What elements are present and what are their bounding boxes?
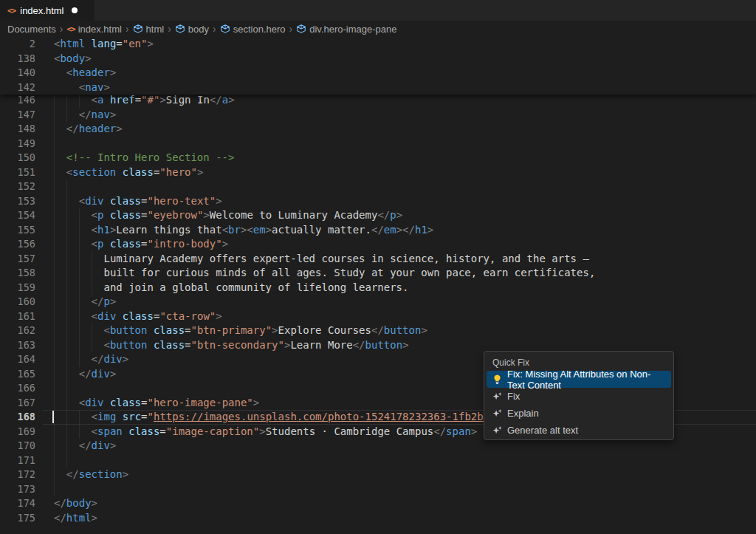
syntax-token: Sign In [166, 94, 210, 106]
line-number[interactable]: 142 [0, 81, 35, 95]
code-line[interactable]: 158built for curious minds of all ages. … [0, 266, 756, 281]
line-number[interactable]: 172 [0, 468, 35, 482]
syntax-token: </ [66, 123, 79, 134]
line-number[interactable]: 174 [0, 496, 35, 511]
line-number[interactable]: 153 [0, 194, 35, 209]
breadcrumb-item[interactable]: section.hero [220, 24, 286, 35]
code-line[interactable]: 153<div class="hero-text"> [0, 194, 756, 209]
code-line[interactable]: 2<html lang="en"> [0, 37, 756, 52]
syntax-token: > [123, 468, 128, 480]
code-line[interactable]: 142<nav> [0, 81, 756, 95]
line-number[interactable]: 161 [0, 309, 35, 324]
line-number[interactable]: 165 [0, 367, 35, 382]
indent-guide [92, 266, 92, 281]
code-line[interactable]: 175</html> [0, 511, 756, 526]
syntax-token: </ [79, 439, 92, 451]
code-text: <button class="btn-primary">Explore Cour… [103, 324, 427, 338]
code-line[interactable]: 156<p class="intro-body"> [0, 237, 756, 252]
syntax-token [116, 166, 122, 178]
line-number[interactable]: 168 [0, 410, 35, 425]
syntax-token: "image-caption" [166, 425, 259, 437]
code-line[interactable]: 150<!-- Intro Hero Section --> [0, 151, 756, 165]
code-line[interactable]: 149 [0, 137, 756, 151]
code-line[interactable]: 161<div class="cta-row"> [0, 309, 756, 324]
line-number[interactable]: 147 [0, 108, 35, 123]
syntax-token: href [110, 94, 135, 106]
line-number[interactable]: 148 [0, 122, 35, 137]
code-text: </header> [66, 122, 123, 137]
line-number[interactable]: 169 [0, 425, 35, 439]
line-number[interactable]: 151 [0, 165, 35, 180]
indent-guide [79, 252, 80, 267]
tab-index-html[interactable]: <> index.html [0, 0, 94, 21]
syntax-token: = [185, 339, 190, 351]
breadcrumb-item[interactable]: <>index.html [66, 24, 122, 35]
code-line[interactable]: 155<h1>Learn things that<br><em>actually… [0, 223, 756, 238]
indent-guide [66, 281, 67, 295]
line-number[interactable]: 158 [0, 266, 35, 281]
code-line[interactable]: 174</body> [0, 496, 756, 511]
syntax-token: built for curious minds of all ages. Stu… [103, 267, 595, 278]
code-line[interactable]: 146<a href="#">Sign In</a> [0, 93, 756, 108]
indent-guide [54, 281, 55, 295]
code-line[interactable]: 154<p class="eyebrow">Welcome to Luminar… [0, 208, 756, 223]
line-number[interactable]: 167 [0, 396, 35, 411]
syntax-token: > [103, 81, 109, 93]
code-editor[interactable]: 146<a href="#">Sign In</a>147</nav>148</… [0, 37, 756, 534]
line-number[interactable]: 150 [0, 151, 35, 165]
code-line[interactable]: 140<header> [0, 66, 756, 81]
code-line[interactable]: 152 [0, 179, 756, 194]
indent-guide [66, 208, 67, 223]
line-number[interactable]: 156 [0, 237, 35, 252]
code-line[interactable]: 151<section class="hero"> [0, 165, 756, 180]
code-line[interactable]: 162<button class="btn-primary">Explore C… [0, 324, 756, 338]
code-line[interactable]: 171 [0, 453, 756, 468]
line-number[interactable]: 140 [0, 66, 35, 81]
line-number[interactable]: 164 [0, 352, 35, 367]
breadcrumb-item[interactable]: body [175, 24, 209, 35]
code-line[interactable]: 159and join a global community of lifelo… [0, 281, 756, 295]
syntax-token: html [60, 38, 85, 49]
code-line[interactable]: 160</p> [0, 295, 756, 309]
line-number[interactable]: 160 [0, 295, 35, 309]
lightbulb-icon [492, 374, 503, 385]
line-number[interactable]: 159 [0, 281, 35, 295]
breadcrumb-item[interactable]: div.hero-image-pane [296, 24, 396, 35]
indent-guide [54, 309, 55, 324]
code-line[interactable]: 157Luminary Academy offers expert-led co… [0, 252, 756, 267]
line-number[interactable]: 146 [0, 93, 35, 108]
code-line[interactable]: 148</header> [0, 122, 756, 137]
line-number[interactable]: 152 [0, 179, 35, 194]
code-line[interactable]: 147</nav> [0, 108, 756, 123]
syntax-token: body [66, 497, 92, 509]
quick-fix-item[interactable]: Fix: Missing Alt Attributes on Non-Text … [487, 371, 671, 388]
line-number[interactable]: 149 [0, 137, 35, 151]
line-number[interactable]: 154 [0, 208, 35, 223]
code-text: <a href="#">Sign In</a> [92, 93, 235, 108]
sticky-scroll[interactable]: 2<html lang="en">138<body>140<header>142… [0, 37, 756, 95]
syntax-token: ></ [396, 224, 415, 236]
breadcrumb-item[interactable]: Documents [7, 24, 56, 35]
line-number[interactable]: 162 [0, 324, 35, 338]
quick-fix-menu[interactable]: Quick Fix Fix: Missing Alt Attributes on… [484, 351, 674, 440]
code-line[interactable]: 173 [0, 482, 756, 497]
line-number[interactable]: 170 [0, 439, 35, 453]
code-line[interactable]: 170</div> [0, 439, 756, 453]
line-number[interactable]: 163 [0, 338, 35, 353]
breadcrumb-item[interactable]: html [133, 24, 165, 35]
modified-indicator-dot[interactable] [72, 7, 78, 13]
line-number[interactable]: 175 [0, 511, 35, 526]
line-number[interactable]: 155 [0, 223, 35, 238]
line-number[interactable]: 157 [0, 252, 35, 267]
line-number[interactable]: 138 [0, 52, 35, 66]
line-number[interactable]: 173 [0, 482, 35, 497]
line-number[interactable]: 166 [0, 381, 35, 396]
code-line[interactable]: 138<body> [0, 52, 756, 66]
line-number[interactable]: 171 [0, 453, 35, 468]
quick-fix-item[interactable]: Explain [487, 405, 671, 422]
code-text: <p class="eyebrow">Welcome to Luminary A… [92, 208, 403, 223]
code-line[interactable]: 172</section> [0, 468, 756, 482]
syntax-token: < [79, 81, 85, 93]
quick-fix-item[interactable]: Generate alt text [487, 422, 671, 439]
line-number[interactable]: 2 [0, 37, 35, 52]
